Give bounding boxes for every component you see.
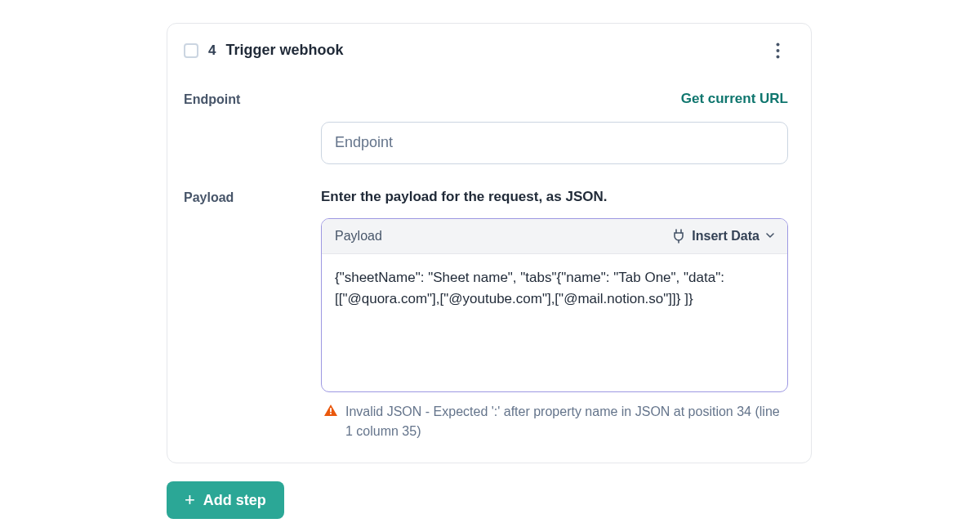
step-title: Trigger webhook: [225, 40, 343, 60]
add-step-label: Add step: [203, 492, 266, 509]
step-number: 4: [208, 41, 216, 60]
svg-point-0: [776, 43, 779, 47]
endpoint-row: Endpoint Get current URL: [184, 89, 788, 164]
endpoint-field: Get current URL: [321, 89, 788, 164]
step-checkbox[interactable]: [184, 43, 198, 58]
svg-point-1: [776, 49, 779, 52]
get-current-url-link[interactable]: Get current URL: [681, 89, 788, 109]
payload-helper: Enter the payload for the request, as JS…: [321, 187, 788, 207]
payload-editor-header: Payload Insert Data: [322, 219, 787, 254]
card-header: 4 Trigger webhook: [184, 40, 788, 61]
payload-label: Payload: [184, 187, 305, 207]
payload-editor: Payload Insert Data: [321, 218, 788, 393]
svg-point-2: [776, 56, 779, 59]
payload-error-text: Invalid JSON - Expected ':' after proper…: [345, 402, 788, 441]
endpoint-label: Endpoint: [184, 89, 305, 109]
payload-textarea[interactable]: [335, 267, 774, 373]
plug-icon: [672, 229, 685, 244]
warning-icon: [324, 405, 337, 416]
payload-editor-label: Payload: [335, 227, 382, 245]
svg-rect-3: [330, 409, 332, 413]
chevron-down-icon: [766, 233, 774, 239]
more-vertical-icon: [776, 42, 780, 59]
payload-error: Invalid JSON - Expected ':' after proper…: [321, 402, 788, 441]
svg-rect-4: [330, 414, 332, 415]
insert-data-label: Insert Data: [692, 227, 760, 245]
payload-row: Payload Enter the payload for the reques…: [184, 187, 788, 442]
endpoint-input[interactable]: [321, 122, 788, 164]
payload-field: Enter the payload for the request, as JS…: [321, 187, 788, 442]
card-header-left: 4 Trigger webhook: [184, 40, 344, 60]
step-card: 4 Trigger webhook Endpoint Get current U…: [167, 23, 812, 463]
plus-icon: +: [185, 491, 195, 509]
more-button[interactable]: [767, 40, 788, 61]
add-step-button[interactable]: + Add step: [167, 481, 284, 519]
insert-data-button[interactable]: Insert Data: [672, 227, 774, 245]
